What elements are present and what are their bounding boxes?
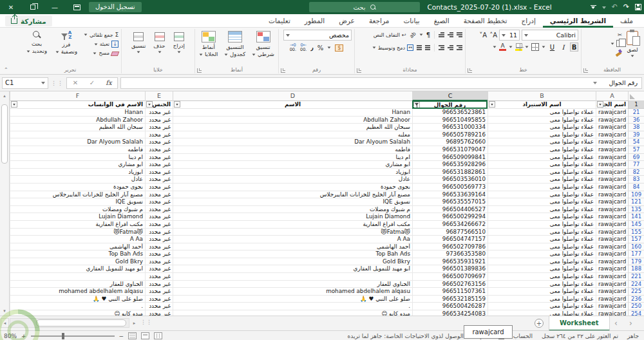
row-number[interactable]: 121 [628,198,644,206]
cell-entity[interactable]: rawajcard [596,191,628,199]
cell-gender[interactable]: غير محدد [145,206,173,214]
italic-button[interactable]: I [559,42,567,52]
cell-name[interactable]: نجوى حمودة [173,184,412,191]
cell-gender[interactable]: غير محدد [145,191,173,199]
cell-gender[interactable]: غير محدد [145,213,173,221]
cell-phone[interactable]: 966533639164 [412,191,488,199]
cell-entity[interactable]: rawajcard [596,176,628,184]
cell-entity[interactable]: rawajcard [596,117,628,124]
cut-button[interactable]: ✂ [611,32,622,38]
cell-import-name[interactable]: عملاء تواصلوا معى [488,169,596,176]
cell-phone[interactable]: 966504406527 [412,206,488,214]
fill-color-button[interactable] [515,43,522,51]
cell-name[interactable]: ام دينا [173,154,412,162]
row-number[interactable]: 145 [628,221,644,229]
cell-name[interactable]: معلنه [173,131,412,139]
number-format-combo[interactable]: مخصص [283,30,352,41]
cell-gender[interactable]: غير محدد [145,184,173,191]
header-cell-phone-selected[interactable]: رقم الجوال [412,100,488,109]
sheet-tab-worksheet[interactable]: Worksheet [549,316,610,331]
tab-help[interactable]: تعليمات [261,14,298,28]
cell-gender[interactable]: غير محدد [145,273,173,281]
cell-name[interactable]: عادل [173,176,412,184]
clear-button[interactable]: مسح [84,50,118,56]
merge-center-button[interactable]: ↔ دمج وتوسيط [372,44,413,51]
zoom-in-button[interactable]: + [21,333,26,339]
format-cells-button[interactable]: تنسيق [129,31,147,55]
cell-phone[interactable]: 966502763156 [412,281,488,288]
cell-name[interactable]: الحناوي للعقار [173,281,412,288]
vertical-scroll-thumb[interactable] [1,104,8,164]
cell-import-name[interactable]: عملاء تواصلوا معى [488,206,596,214]
filter-button-a[interactable] [597,101,603,108]
zoom-slider-thumb[interactable] [62,333,64,339]
ribbon-display-options-button[interactable] [66,0,88,14]
font-size-combo[interactable]: 11 [499,30,520,41]
cell-entity[interactable]: rawajcard [596,206,628,214]
insert-cells-button[interactable]: إدراج [171,31,187,55]
cell-entity[interactable]: rawajcard [596,131,628,139]
cell-import-name[interactable]: عملاء تواصلوا معى [488,124,596,131]
cell-name[interactable]: تسويق IQE [173,198,412,206]
row-number[interactable]: 83 [628,176,644,184]
cell-name[interactable]: مكتب افراغ العقارية [173,221,412,229]
cell-gender[interactable]: غير محدد [145,229,173,236]
cell-gender[interactable]: غير محدد [145,221,173,229]
increase-indent-icon[interactable] [417,45,422,50]
cell-name[interactable]: 😻Fatma😻 [173,229,412,236]
cell-name[interactable]: Top Bah Ads [173,250,412,258]
cell-name[interactable]: مصنع آبار الخليج للخزانات الفايبرجلاس [173,191,412,199]
row-number[interactable]: 109 [628,191,644,199]
bold-button[interactable]: B [570,42,578,52]
expand-formula-bar-icon[interactable] [593,82,597,84]
cell-styles-button[interactable]: أنماطالخلايا [197,30,220,59]
confirm-entry-button[interactable]: ✓ [84,79,100,86]
collapse-ribbon-button[interactable]: ⌃ [4,67,8,73]
column-header-a[interactable]: A [596,91,628,101]
row-number[interactable]: 135 [628,206,644,214]
font-color-button[interactable]: A [499,43,506,51]
cell-phone[interactable]: 966500709697 [412,273,488,281]
cell-phone[interactable]: 966500569773 [412,184,488,191]
cell-phone[interactable]: 966504747157 [412,236,488,243]
row-number[interactable]: 21 [628,109,644,117]
sign-in-button[interactable]: تسجيل الدخول [89,2,142,12]
cell-name[interactable]: ابوزياد [173,169,412,176]
column-header-e[interactable]: E [145,91,173,101]
cell-entity[interactable]: rawajcard [596,258,628,266]
cell-entity[interactable]: rawajcard [596,243,628,251]
cell-import-name[interactable]: عملاء تواصلوا معى [488,131,596,139]
cell-entity[interactable]: rawajcard [596,146,628,154]
decrease-indent-icon[interactable] [425,45,430,50]
row-number[interactable]: 188 [628,265,644,273]
horizontal-scroll-thumb[interactable] [36,319,126,326]
align-middle-icon[interactable] [448,32,453,37]
tab-file[interactable]: ملف [613,14,640,28]
cell-import-name[interactable]: عملاء تواصلوا معى [488,138,596,146]
row-number[interactable]: 155 [628,229,644,236]
cell-entity[interactable]: rawajcard [596,161,628,169]
cell-import-name[interactable]: عملاء تواصلوا معى [488,146,596,154]
align-top-icon[interactable] [457,32,462,37]
text-direction-button[interactable]: ¶ [426,32,430,39]
scrollbar-resize-handle[interactable]: ⋮⋮ [140,319,152,325]
cell-gender[interactable]: غير محدد [145,154,173,162]
wrap-text-button[interactable]: ↩ التفاف النص [374,32,406,38]
cell-import-name[interactable]: عملاء تواصلوا معى [488,281,596,288]
delete-cells-button[interactable]: حذف [151,31,167,55]
cell-phone[interactable]: 966535931921 [412,258,488,266]
fill-button[interactable]: ↓تعبئة [84,41,118,48]
cell-import-name[interactable]: عملاء تواصلوا معى [488,229,596,236]
cell-whatsapp-name[interactable]: A Aa [10,236,145,243]
vertical-scrollbar[interactable]: ▴ ▾ [0,91,10,316]
cell-phone[interactable]: 966511507361 [412,288,488,296]
cell-whatsapp-name[interactable]: عادل [10,176,145,184]
cell-gender[interactable]: غير محدد [145,169,173,176]
cell-import-name[interactable]: عملاء تواصلوا معى [488,161,596,169]
cell-phone[interactable]: 966532185159 [412,296,488,303]
cell-phone[interactable]: 966531079047 [412,146,488,154]
cell-gender[interactable]: غير محدد [145,117,173,124]
autosum-button[interactable]: Σجمع تلقائي [84,32,118,38]
row-number[interactable]: 160 [628,243,644,251]
grow-shrink-font-buttons[interactable]: A˄A˅ [479,30,497,41]
